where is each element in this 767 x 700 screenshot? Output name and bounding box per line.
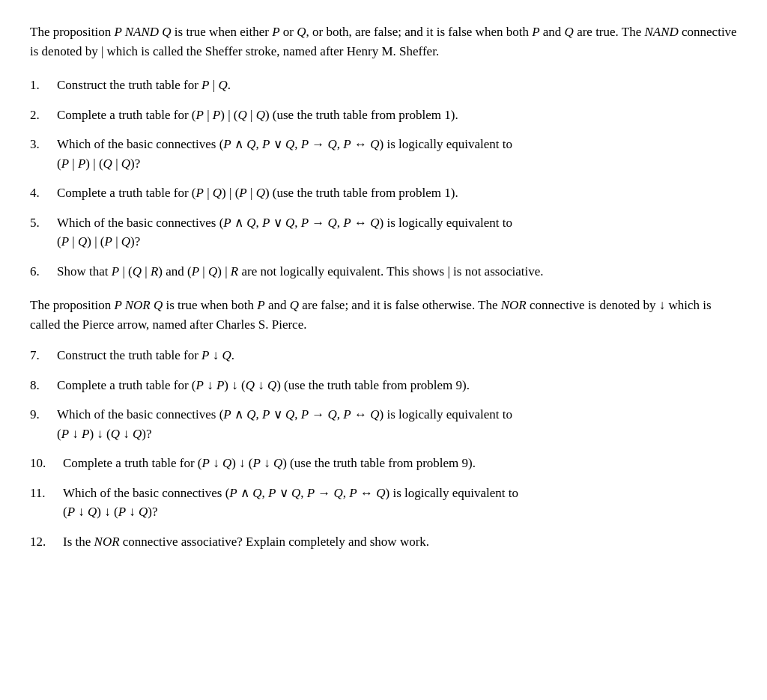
problem-text-11: Which of the basic connectives (P ∧ Q, P… [63,484,737,522]
problem-number-10: 10. [30,454,63,473]
problem-number-3: 3. [30,135,57,154]
problem-text-3: Which of the basic connectives (P ∧ Q, P… [57,135,737,173]
problem-1: 1. Construct the truth table for P | Q. [30,76,737,95]
problem-number-9: 9. [30,405,57,424]
problem-12: 12. Is the NOR connective associative? E… [30,532,737,552]
problem-text-10: Complete a truth table for (P ↓ Q) ↓ (P … [63,454,737,473]
problem-text-2: Complete a truth table for (P | P) | (Q … [57,106,737,125]
problem-number-11: 11. [30,484,63,503]
nand-problem-list: 1. Construct the truth table for P | Q. … [30,76,737,281]
intro-nor-paragraph: The proposition P NOR Q is true when bot… [30,296,737,334]
problem-8: 8. Complete a truth table for (P ↓ P) ↓ … [30,376,737,395]
problem-text-6: Show that P | (Q | R) and (P | Q) | R ar… [57,262,737,281]
nor-problem-list: 7. Construct the truth table for P ↓ Q. … [30,346,737,551]
problem-number-7: 7. [30,346,57,365]
problem-number-12: 12. [30,532,63,552]
problem-6: 6. Show that P | (Q | R) and (P | Q) | R… [30,262,737,281]
intro-nand-paragraph: The proposition P NAND Q is true when ei… [30,22,737,61]
problem-text-5: Which of the basic connectives (P ∧ Q, P… [57,213,737,252]
problem-4: 4. Complete a truth table for (P | Q) | … [30,183,737,203]
problem-text-4: Complete a truth table for (P | Q) | (P … [57,183,737,203]
problem-number-6: 6. [30,262,57,281]
problem-text-9: Which of the basic connectives (P ∧ Q, P… [57,405,737,443]
problem-number-2: 2. [30,106,57,125]
problem-text-8: Complete a truth table for (P ↓ P) ↓ (Q … [57,376,737,395]
problem-7: 7. Construct the truth table for P ↓ Q. [30,346,737,365]
problem-9: 9. Which of the basic connectives (P ∧ Q… [30,405,737,443]
problem-number-8: 8. [30,376,57,395]
problem-number-1: 1. [30,76,57,95]
problem-3: 3. Which of the basic connectives (P ∧ Q… [30,135,737,173]
problem-text-12: Is the NOR connective associative? Expla… [63,532,737,552]
problem-number-5: 5. [30,213,57,233]
problem-10: 10. Complete a truth table for (P ↓ Q) ↓… [30,454,737,473]
problem-text-1: Construct the truth table for P | Q. [57,76,737,95]
problem-text-7: Construct the truth table for P ↓ Q. [57,346,737,365]
problem-number-4: 4. [30,183,57,203]
problem-11: 11. Which of the basic connectives (P ∧ … [30,484,737,522]
problem-2: 2. Complete a truth table for (P | P) | … [30,106,737,125]
problem-5: 5. Which of the basic connectives (P ∧ Q… [30,213,737,252]
